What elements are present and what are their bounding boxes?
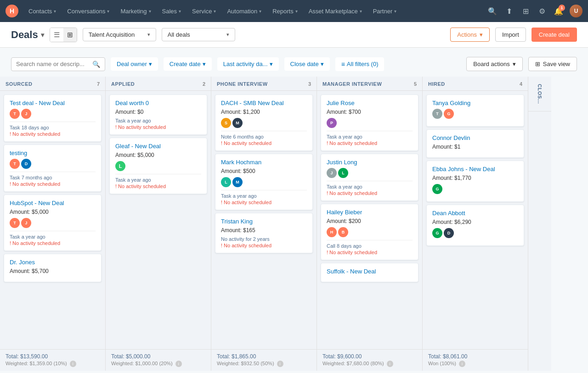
deal-card[interactable]: Justin Long JL Task a year ago ! No acti… [321,154,418,201]
weighted-info-icon[interactable]: i [387,361,393,367]
deal-name: testing [10,150,96,157]
deal-name: Deal worth 0 [115,100,201,107]
deal-name: HubSpot - New Deal [10,200,96,207]
deal-card[interactable]: Dean Abbott Amount: $6,290 GD [426,205,524,246]
avatar: H [327,227,337,237]
deal-card[interactable]: DACH - SMB New Deal Amount: $1,200 SM No… [215,95,313,151]
nav-contacts[interactable]: Contacts ▾ [24,0,61,22]
deal-activity: Task a year ago [115,118,201,123]
close-date-filter[interactable]: Close date ▾ [284,57,330,71]
avatar: J [327,168,337,178]
column-title: PHONE INTERVIEW [217,81,268,87]
nav-conversations[interactable]: Conversations ▾ [62,0,114,22]
deal-card[interactable]: Test deal - New Deal TJ Task 18 days ago… [4,95,102,142]
create-deal-button[interactable]: Create deal [531,28,577,42]
deal-activity: No activity for 2 years [221,236,307,242]
column-closed: CLOS... [528,77,551,371]
nav-asset-marketplace[interactable]: Asset Marketplace ▾ [304,0,367,22]
column-title: SOURCED [6,81,33,87]
deal-avatars: GD [432,228,518,238]
nav-sales[interactable]: Sales ▾ [158,0,186,22]
column-header: MANAGER INTERVIEW 5 [317,77,422,91]
deals-title[interactable]: Deals ▾ [11,29,44,41]
deal-card[interactable]: Deal worth 0 Amount: $0 Task a year ago … [109,95,207,135]
weighted-info-icon[interactable]: i [175,361,182,367]
column-sourced: SOURCED 7 Test deal - New Deal TJ Task 1… [0,77,106,371]
deal-owner-filter[interactable]: Deal owner ▾ [111,57,158,71]
deal-amount: Amount: $5,000 [10,209,96,215]
deal-card[interactable]: Hailey Bieber Amount: $200 HB Call 8 day… [321,204,418,260]
deal-card[interactable]: Connor Devlin Amount: $1 [426,129,524,158]
column-total: Total: $8,061.00 [428,353,522,360]
column-cards: Test deal - New Deal TJ Task 18 days ago… [0,91,105,349]
filter-selector[interactable]: All deals ▾ [162,28,235,41]
deal-activity: Task 7 months ago [10,175,96,180]
deal-amount: Amount: $5,700 [10,268,96,274]
weighted-info-icon[interactable]: i [459,361,465,367]
avatar: T [10,109,20,119]
weighted-info-icon[interactable]: i [70,361,76,367]
last-activity-filter[interactable]: Last activity da... ▾ [217,57,279,71]
deal-card[interactable]: testing TD Task 7 months ago ! No activi… [4,145,102,192]
avatar: G [444,109,454,119]
deal-name: Hailey Bieber [327,209,413,217]
deal-activity: Task a year ago [327,134,413,139]
search-box: 🔍 [11,57,105,71]
all-filters-button[interactable]: ≡ All filters (0) [335,57,384,71]
create-date-filter[interactable]: Create date ▾ [164,57,212,71]
deal-no-activity: ! No activity scheduled [115,184,201,189]
filter-bar: 🔍 Deal owner ▾ Create date ▾ Last activi… [0,48,588,77]
hubspot-logo[interactable]: H [6,5,18,17]
grid-view-button[interactable]: ⊞ [63,28,77,42]
upgrade-icon[interactable]: ⬆ [502,4,516,18]
search-icon[interactable]: 🔍 [485,4,500,18]
deal-card[interactable]: Dr. Jones Amount: $5,700 [4,254,102,282]
column-cards: Deal worth 0 Amount: $0 Task a year ago … [106,91,211,349]
deal-card[interactable]: Mark Hochman Amount: $500 LM Task a year… [215,154,313,210]
pipeline-selector[interactable]: Talent Acquisition ▾ [83,28,156,41]
column-total: Total: $5,000.00 [111,353,205,360]
weighted-info-icon[interactable]: i [277,361,283,367]
deal-card[interactable]: Julie Rose Amount: $700 P Task a year ag… [321,95,418,151]
search-input[interactable] [16,61,90,67]
column-title: APPLIED [111,81,135,87]
nav-service[interactable]: Service ▾ [187,0,220,22]
deal-card[interactable]: Ebba Johns - New Deal Amount: $1,770 G [426,161,524,202]
deal-no-activity: ! No activity scheduled [221,140,307,146]
avatar: T [432,109,442,119]
deal-card[interactable]: Gleaf - New Deal Amount: $5,000 L Task a… [109,138,207,194]
import-button[interactable]: Import [495,28,526,42]
list-view-button[interactable]: ☰ [50,28,63,42]
actions-button[interactable]: Actions ▾ [450,28,490,42]
deal-avatars: TJ [10,109,96,119]
deal-name: Justin Long [327,159,413,167]
settings-icon[interactable]: ⚙ [535,4,549,18]
deal-card[interactable]: Tristan King Amount: $165 No activity fo… [215,213,313,253]
deal-no-activity: ! No activity scheduled [10,131,96,137]
deal-card[interactable]: Suffolk - New Deal [321,263,418,282]
nav-partner[interactable]: Partner ▾ [368,0,401,22]
deal-amount: Amount: $0 [115,109,201,115]
deal-name: Tanya Golding [432,100,518,107]
save-view-icon: ⊞ [535,61,540,67]
deal-name: Ebba Johns - New Deal [432,166,518,173]
deal-avatars: HB [327,227,413,237]
column-cards: Julie Rose Amount: $700 P Task a year ag… [317,91,422,349]
deal-avatars: JL [327,168,413,178]
column-total: Total: $13,590.00 [6,353,100,360]
nav-automation[interactable]: Automation ▾ [222,0,266,22]
deal-card[interactable]: Tanya Golding TG [426,95,524,127]
deal-card[interactable]: HubSpot - New Deal Amount: $5,000 TJ Tas… [4,195,102,251]
save-view-button[interactable]: ⊞ Save view [528,57,577,71]
deals-board: SOURCED 7 Test deal - New Deal TJ Task 1… [0,77,588,371]
nav-reports[interactable]: Reports ▾ [268,0,302,22]
notifications-icon[interactable]: 🔔 1 [551,4,566,18]
board-actions-button[interactable]: Board actions ▾ [466,57,523,71]
deal-no-activity: ! No activity scheduled [327,250,413,255]
deal-amount: Amount: $5,000 [115,152,201,158]
column-weighted: Weighted: $932.50 (50%) i [217,361,311,367]
nav-marketing[interactable]: Marketing ▾ [116,0,155,22]
deal-avatars: LM [221,177,307,187]
marketplace-icon[interactable]: ⊞ [518,4,533,18]
user-avatar[interactable]: U [570,5,582,17]
